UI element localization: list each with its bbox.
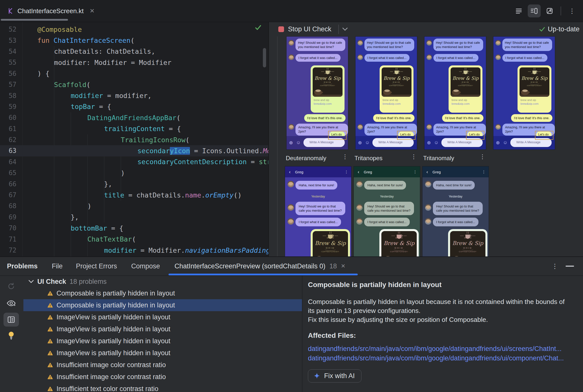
emoji-icon[interactable]: ☺	[365, 140, 370, 145]
brew-sip-card-art: Brew & Sip OHID ·COFFEETCHSIDY·	[382, 68, 412, 97]
add-icon[interactable]: ⊕	[496, 140, 500, 146]
add-icon[interactable]: ⊕	[289, 140, 293, 146]
design-view-icon[interactable]	[543, 4, 556, 18]
card-url: brew&sip.com	[520, 102, 549, 105]
code-line[interactable]: 61trailingContent = {	[0, 123, 268, 134]
preview-phone-row1-2[interactable]: Hey! Should we go to that cafe you menti…	[355, 36, 417, 150]
emoji-icon[interactable]: ☺	[434, 140, 439, 145]
minimize-icon[interactable]	[565, 266, 574, 267]
preview-menu-icon[interactable]: ⋮	[411, 153, 417, 160]
problems-tab-compose[interactable]: Compose	[131, 257, 160, 275]
chat-bubble-in: I forgot what it was called...	[364, 54, 410, 62]
split-view-icon[interactable]	[528, 4, 541, 18]
problems-tab-file[interactable]: File	[52, 257, 63, 275]
kotlin-file-icon	[8, 8, 14, 14]
code-line[interactable]: 55modifier: Modifier = Modifier	[0, 57, 268, 68]
problem-row[interactable]: Insufficient image color contrast ratio	[24, 359, 302, 371]
problem-row[interactable]: Composable is partially hidden in layout	[24, 299, 302, 311]
code-line[interactable]: 65)	[0, 168, 268, 178]
code-line[interactable]: 71ChatTextBar(	[0, 234, 268, 244]
code-line[interactable]: 68)	[0, 200, 268, 212]
tab-close-icon[interactable]: ✕	[341, 263, 345, 270]
problems-tab-chatinterfacescreenpreview-sortedchatdet[interactable]: ChatInterfaceScreenPreview (sortedChatDe…	[174, 257, 346, 275]
tab-close-icon[interactable]: ✕	[90, 8, 95, 14]
preview-phone-row1-1[interactable]: Hey! Should we go to that cafe you menti…	[286, 36, 348, 150]
problem-row[interactable]: ImageView is partially hidden in layout	[24, 311, 302, 323]
svg-text:OHID: OHID	[326, 247, 335, 249]
problems-tab-problems[interactable]: Problems	[7, 257, 38, 275]
card-caption: brew and sip	[520, 98, 549, 102]
problem-row[interactable]: Composable is partially hidden in layout	[24, 287, 302, 299]
preview-menu-icon[interactable]: ⋮	[342, 153, 348, 160]
link-preview-card: Brew & Sip OHID ·COFFEETCHSIDY·	[311, 229, 350, 257]
code-line[interactable]: 52@Composable	[0, 24, 268, 35]
chevron-down-icon[interactable]	[342, 28, 348, 31]
preview-phone-row1-4[interactable]: Hey! Should we go to that cafe you menti…	[493, 36, 555, 150]
code-line[interactable]: 63secondaryIcon = Icons.Outlined.More	[0, 145, 268, 156]
code-editor[interactable]: 52@Composable53fun ChatInterfaceScreen(5…	[0, 22, 268, 256]
code-line[interactable]: 57Scaffold(	[0, 79, 268, 90]
lightbulb-icon[interactable]	[4, 328, 19, 342]
chat-bubble-in: Haha, next time for sure!	[433, 181, 475, 190]
svg-text:·COFFEETCHSIDY·: ·COFFEETCHSIDY·	[389, 85, 405, 86]
code-line[interactable]: 56) {	[0, 68, 268, 79]
code-line[interactable]: 60DatingAndFriendsAppBar(	[0, 112, 268, 123]
avatar	[495, 54, 501, 60]
code-line[interactable]: 72modifier = Modifier.navigationBarsPadd…	[0, 245, 268, 256]
preview-scrollbar-track[interactable]	[277, 36, 277, 256]
code-line[interactable]: 59topBar = {	[0, 101, 268, 112]
problems-tab-project-errors[interactable]: Project Errors	[76, 257, 117, 275]
list-detail-divider[interactable]	[302, 276, 303, 392]
preview-inspection-eye-icon[interactable]	[4, 296, 19, 310]
code-line[interactable]: 69},	[0, 212, 268, 222]
code-line[interactable]: 67title = chatDetails.name.orEmpty()	[0, 190, 268, 200]
details-panel-icon[interactable]	[4, 313, 19, 326]
editor-scrollbar[interactable]	[263, 48, 266, 68]
tab-title: ChatInterfaceScreen.kt	[18, 7, 84, 15]
preview-phone-row1-3[interactable]: Hey! Should we go to that cafe you menti…	[424, 36, 486, 150]
chevron-down-icon[interactable]	[28, 280, 34, 284]
code-line[interactable]: 64secondaryContentDescription = strin	[0, 156, 268, 168]
line-number: 59	[0, 103, 17, 110]
contact-name: Greg	[432, 170, 441, 174]
problem-row[interactable]: Insufficient image color contrast ratio	[24, 371, 302, 383]
preview-phone-deuteranomaly[interactable]: ‹ Greg ⋮Haha, next time for sure!Yesterd…	[285, 166, 352, 257]
preview-phone-tritanomaly[interactable]: ‹ Greg ⋮Haha, next time for sure!Yesterd…	[422, 166, 489, 257]
problem-row[interactable]: ImageView is partially hidden in layout	[24, 323, 302, 335]
code-line[interactable]: 62TrailingIconsRow(	[0, 134, 268, 145]
problems-more-icon[interactable]: ⋮	[552, 262, 558, 270]
preview-menu-icon[interactable]: ⋮	[479, 153, 485, 160]
svg-text:Brew & Sip: Brew & Sip	[453, 75, 479, 81]
add-icon[interactable]: ⊕	[358, 140, 362, 146]
code-line[interactable]: 54chatDetails: ChatDetails,	[0, 46, 268, 57]
preview-phone-tritanopes[interactable]: ‹ Greg ⋮Haha, next time for sure!Yesterd…	[354, 166, 420, 257]
emoji-icon[interactable]: ☺	[503, 140, 508, 145]
back-icon: ‹	[358, 169, 359, 174]
problem-row[interactable]: Insufficient text color contrast ratio	[24, 383, 302, 392]
more-options-icon[interactable]: ⋮	[565, 4, 578, 18]
code-line[interactable]: 70bottomBar = {	[0, 222, 268, 234]
affected-file-link[interactable]: datingandfriends/src/main/java/com/ibm/g…	[308, 344, 578, 354]
emoji-icon[interactable]: ☺	[296, 140, 301, 145]
date-divider: Yesterday	[285, 195, 351, 198]
svg-text:·COFFEETCHSIDY·: ·COFFEETCHSIDY·	[458, 251, 477, 252]
svg-text:Brew & Sip: Brew & Sip	[384, 240, 415, 246]
line-number: 71	[0, 236, 17, 243]
tab-chatinterfacescreen[interactable]: ChatInterfaceScreen.kt ✕	[0, 0, 101, 22]
problem-row[interactable]: ImageView is partially hidden in layout	[24, 347, 302, 359]
fix-with-ai-button[interactable]: Fix with AI	[308, 369, 362, 382]
problems-group-row[interactable]: UI Check 18 problems	[24, 276, 302, 287]
code-line[interactable]: 58modifier = modifier,	[0, 90, 268, 101]
add-icon[interactable]: ⊕	[427, 140, 431, 146]
affected-file-link[interactable]: datingandfriends/src/main/java/com/ibm/g…	[308, 354, 578, 363]
code-line[interactable]: 66},	[0, 178, 268, 189]
avatar	[356, 218, 363, 224]
svg-text:·COFFEETCHSIDY·: ·COFFEETCHSIDY·	[390, 251, 409, 252]
code-view-icon[interactable]	[512, 4, 525, 18]
code-line[interactable]: 53fun ChatInterfaceScreen(	[0, 35, 268, 46]
avatar	[426, 54, 432, 60]
inspection-ok-icon[interactable]	[255, 24, 261, 30]
stop-ui-check-button[interactable]: Stop UI Check	[277, 25, 333, 33]
problem-row[interactable]: ImageView is partially hidden in layout	[24, 335, 302, 347]
refresh-icon[interactable]	[4, 279, 19, 293]
